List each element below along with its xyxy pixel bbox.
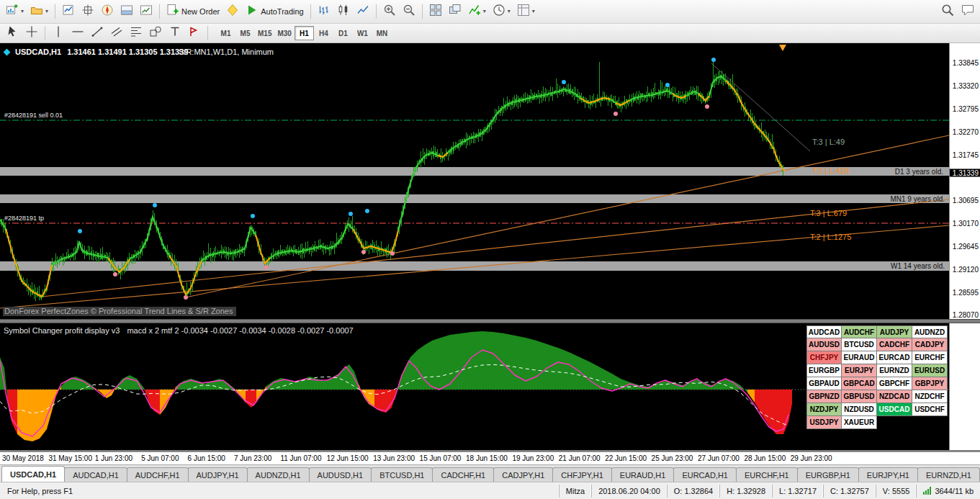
symbol-cell-eurchf[interactable]: EURCHF [912,351,948,364]
chart-bars-button[interactable] [315,3,333,21]
tab-eurchf-h1[interactable]: EURCHF,H1 [736,467,798,482]
tab-audcad-h1[interactable]: AUDCAD,H1 [64,467,127,482]
text-tool-button[interactable] [166,24,184,42]
symbol-cell-gbpjpy[interactable]: GBPJPY [912,377,948,390]
hist-area [122,375,130,390]
symbol-cell-eurnzd[interactable]: EURNZD [877,364,912,377]
channel-button[interactable] [107,24,126,42]
indicator-title: Symbol Changer profit display v3 macd x … [4,326,354,335]
symbol-cell-nzdusd[interactable]: NZDUSD [842,403,877,416]
symbol-cell-eurusd[interactable]: EURUSD [912,364,948,377]
timeframe-h1-button[interactable]: H1 [295,26,314,40]
symbol-cell-audchf[interactable]: AUDCHF [842,325,877,338]
new-order-button[interactable]: New Order [163,3,222,21]
tab-eurnzd-h1[interactable]: EURNZD,H1 [917,467,980,482]
new-chart-button[interactable]: ▾ [3,3,27,21]
chart-line-button[interactable] [354,3,372,21]
symbol-cell-nzdchf[interactable]: NZDCHF [912,390,948,403]
symbol-cell-gbpaud[interactable]: GBPAUD [806,377,842,390]
bar-volume: V: 5555 [883,487,910,495]
price-axis[interactable]: 1.338451.333201.327951.322701.317451.306… [949,43,980,451]
tab-eurjpy-h1[interactable]: EURJPY,H1 [858,467,918,482]
tab-audjpy-h1[interactable]: AUDJPY,H1 [188,467,248,482]
navigator-button[interactable] [98,3,117,21]
symbol-cell-nzdjpy[interactable]: NZDJPY [806,403,842,416]
cursor-button[interactable] [3,24,22,42]
tab-eurgbp-h1[interactable]: EURGBP,H1 [797,467,859,482]
profiles-button[interactable]: ▾ [27,3,51,21]
symbol-cell-audjpy[interactable]: AUDJPY [877,325,912,338]
periods-button[interactable]: ▾ [490,3,513,21]
symbol-cell-audcad[interactable]: AUDCAD [806,325,842,338]
arrow-tool-button[interactable] [185,24,204,42]
symbol-cell-eurgbp[interactable]: EURGBP [806,364,842,377]
vline-button[interactable] [49,24,68,42]
timeframe-w1-button[interactable]: W1 [353,26,372,40]
symbol-cell-chfjpy[interactable]: CHFJPY [806,351,842,364]
symbol-cell-gbpcad[interactable]: GBPCAD [842,377,877,390]
chart-candles-button[interactable] [334,3,353,21]
symbol-cell-eurjpy[interactable]: EURJPY [842,364,877,377]
tab-audchf-h1[interactable]: AUDCHF,H1 [127,467,189,482]
market-watch-button[interactable] [59,3,78,21]
timeframe-m5-button[interactable]: M5 [235,26,255,40]
crosshair-button[interactable] [22,24,41,42]
tab-cadchf-h1[interactable]: CADCHF,H1 [432,467,494,482]
chat-button[interactable] [958,3,977,21]
symbol-cell-usdcad[interactable]: USDCAD [877,403,912,416]
hist-area [776,390,783,434]
symbol-cell-gbpnzd[interactable]: GBPNZD [806,390,842,403]
symbol-cell-xaueur[interactable]: XAUEUR [842,416,877,429]
price-chart[interactable] [0,43,949,319]
timeframe-m15-button[interactable]: M15 [255,26,274,40]
zoom-out-button[interactable] [400,3,418,21]
tab-euraud-h1[interactable]: EURAUD,H1 [611,467,675,482]
timeframe-m30-button[interactable]: M30 [274,26,294,40]
symbol-cell-euraud[interactable]: EURAUD [842,351,877,364]
symbol-cell-gbpchf[interactable]: GBPCHF [877,377,912,390]
symbol-cell-audnzd[interactable]: AUDNZD [912,325,948,338]
search-button[interactable] [938,3,957,21]
tab-btcusd-h1[interactable]: BTCUSD,H1 [371,467,433,482]
metaeditor-button[interactable] [223,3,242,21]
strategy-tester-button[interactable] [137,3,156,21]
fibonacci-button[interactable] [127,24,145,42]
tab-usdcad-h1[interactable]: USDCAD,H1 [1,466,65,482]
time-label: 11 Jun 07:00 [280,454,321,462]
buy-signal-dot [153,203,157,207]
timeframe-d1-button[interactable]: D1 [333,26,353,40]
data-window-button[interactable] [78,3,97,21]
tab-audusd-h1[interactable]: AUDUSD,H1 [309,467,372,482]
trendline-button[interactable] [88,24,107,42]
tab-audnzd-h1[interactable]: AUDNZD,H1 [247,467,310,482]
panel-separator[interactable] [0,319,980,323]
symbol-cell-cadjpy[interactable]: CADJPY [912,338,948,351]
timeframe-mn-button[interactable]: MN [372,26,392,40]
tab-eurcad-h1[interactable]: EURCAD,H1 [673,467,737,482]
terminal-button[interactable] [117,3,136,21]
tile-windows-button[interactable] [426,3,445,21]
hline-button[interactable] [68,24,87,42]
symbol-cell-cadchf[interactable]: CADCHF [877,338,912,351]
time-axis[interactable]: 30 May 201831 May 15:001 Jun 23:005 Jun … [0,451,980,464]
indicators-button[interactable]: ▾ [465,3,489,21]
price-label: 1.33320 [953,82,979,90]
symbol-cell-usdjpy[interactable]: USDJPY [806,416,842,429]
symbol-cell-nzdcad[interactable]: NZDCAD [877,390,912,403]
zoom-in-button[interactable] [380,3,399,21]
templates-button[interactable]: ▾ [514,3,538,21]
tab-cadjpy-h1[interactable]: CADJPY,H1 [493,467,553,482]
symbol-cell-btcusd[interactable]: BTCUSD [842,338,877,351]
symbol-cell-audusd[interactable]: AUDUSD [806,338,842,351]
cascade-button[interactable] [446,3,464,21]
timeframe-m1-button[interactable]: M1 [216,26,235,40]
timeframe-h4-button[interactable]: H4 [314,26,333,40]
symbol-cell-gbpusd[interactable]: GBPUSD [842,390,877,403]
tab-chfjpy-h1[interactable]: CHFJPY,H1 [552,467,611,482]
hist-area [515,336,526,390]
symbol-cell-usdchf[interactable]: USDCHF [912,403,948,416]
hist-area [354,372,359,390]
symbol-cell-eurcad[interactable]: EURCAD [877,351,912,364]
autotrading-button[interactable]: AutoTrading [243,3,307,21]
shapes-button[interactable] [146,24,165,42]
